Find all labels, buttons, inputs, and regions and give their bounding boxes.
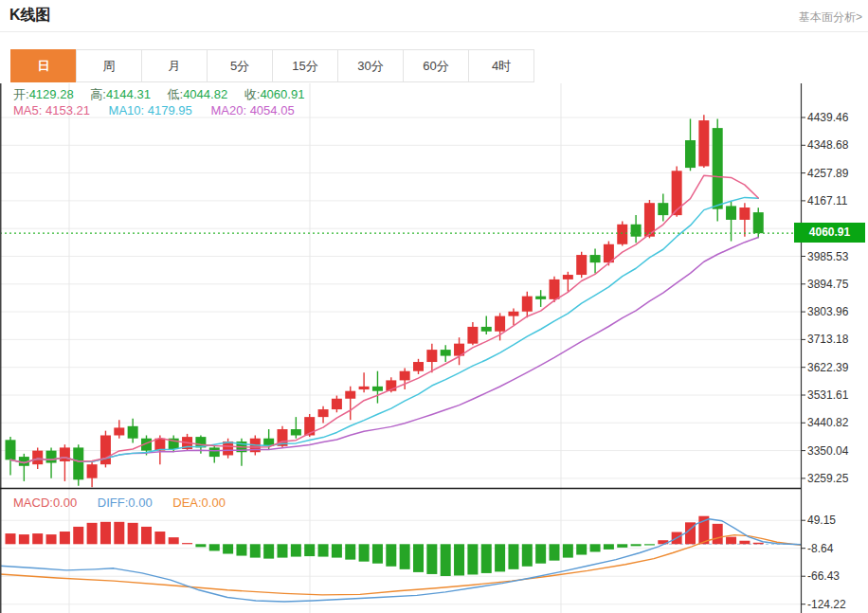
price-axis-label: 3985.53 [807,250,849,263]
open-value: 4129.28 [29,87,74,101]
high-label: 高: [90,87,106,101]
dea-value-legend: DEA:0.00 [172,496,226,510]
macd-axis-label: -124.22 [807,598,846,611]
current-price-badge: 4060.91 [794,223,865,243]
price-axis-label: 3803.96 [807,305,849,318]
price-axis-label: 3894.75 [807,278,849,291]
ma5-legend: MA5: 4153.21 [13,103,90,117]
price-axis-label: 3713.18 [807,333,849,346]
kline-chart-app: K线图 基本面分析> 日周月5分15分30分60分4时 4439.464348.… [0,0,868,613]
ohlc-legend: 开:4129.28 高:4144.31 低:4044.82 收:4060.91 [13,86,317,103]
price-axis-label: 4257.89 [807,167,849,180]
ma-legend: MA5: 4153.21 MA10: 4179.95 MA20: 4054.05 [13,103,295,117]
low-value: 4044.82 [183,87,227,101]
macd-axis-label: -66.43 [807,569,840,583]
price-axis-label: 3350.04 [807,444,849,458]
price-axis-label: 3259.25 [807,472,849,485]
macd-legend: MACD:0.00 DIFF:0.00 DEA:0.00 [13,496,226,510]
low-label: 低: [168,87,184,101]
diff-value-legend: DIFF:0.00 [98,496,153,510]
open-label: 开: [13,87,29,101]
close-value: 4060.91 [260,87,304,101]
close-label: 收: [244,87,261,101]
macd-value-legend: MACD:0.00 [13,496,77,510]
price-axis-label: 3531.61 [807,388,849,402]
price-axis-label: 3622.39 [807,361,849,374]
price-axis-label: 4439.46 [807,111,849,124]
macd-axis-label: -8.64 [807,542,834,555]
ma10-legend: MA10: 4179.95 [109,103,192,117]
price-axis-label: 4348.68 [807,138,849,152]
macd-axis-label: 49.15 [807,514,836,527]
high-value: 4144.31 [106,87,151,101]
price-axis-label: 4167.11 [807,194,848,207]
ma20-legend: MA20: 4054.05 [210,103,294,117]
price-axis-label: 3440.82 [807,416,849,429]
